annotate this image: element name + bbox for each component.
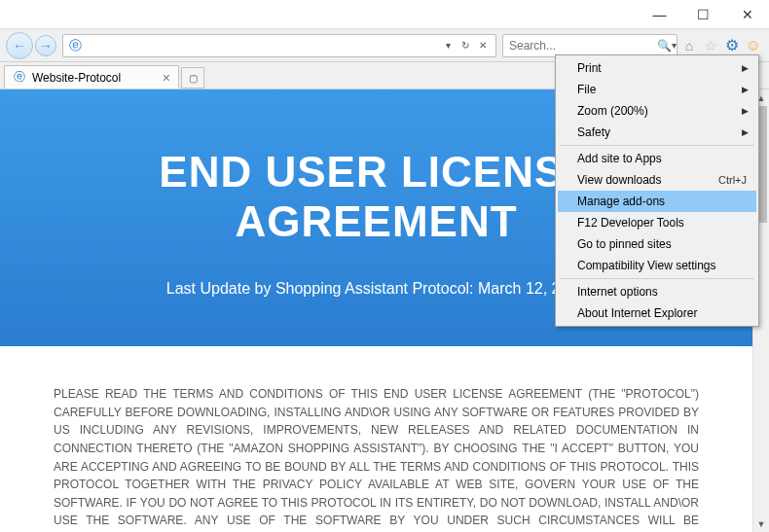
menu-item-view-downloads[interactable]: View downloads Ctrl+J: [558, 169, 756, 191]
menu-item-f12-dev-tools[interactable]: F12 Developer Tools: [558, 212, 756, 233]
menu-label: Manage add-ons: [577, 195, 665, 208]
chevron-right-icon: ▶: [742, 85, 749, 94]
address-bar[interactable]: ⓔ ▾ ↻ ✕: [62, 34, 496, 57]
home-icon[interactable]: ⌂: [679, 36, 699, 55]
forward-button[interactable]: →: [35, 35, 56, 56]
menu-item-internet-options[interactable]: Internet options: [558, 281, 756, 302]
menu-label: About Internet Explorer: [577, 306, 697, 320]
maximize-button[interactable]: ☐: [681, 0, 725, 29]
title-line1: END USER LICENSE: [159, 148, 593, 195]
menu-item-pinned-sites[interactable]: Go to pinned sites: [558, 233, 756, 255]
menu-separator: [560, 145, 754, 146]
menu-label: Zoom (200%): [577, 104, 648, 118]
search-dropdown-icon[interactable]: ▾: [672, 36, 677, 55]
arrow-right-icon: →: [39, 38, 53, 53]
menu-item-file[interactable]: File ▶: [558, 79, 756, 100]
tools-menu: Print ▶ File ▶ Zoom (200%) ▶ Safety ▶ Ad…: [555, 54, 759, 327]
scroll-down-icon[interactable]: ▼: [753, 515, 769, 532]
menu-shortcut: Ctrl+J: [718, 174, 747, 186]
address-input[interactable]: [83, 39, 439, 53]
new-tab-button[interactable]: ▢: [181, 67, 204, 89]
menu-item-manage-addons[interactable]: Manage add-ons: [558, 191, 756, 212]
body-text: PLEASE READ THE TERMS AND CONDITIONS OF …: [0, 346, 752, 532]
menu-item-print[interactable]: Print ▶: [558, 57, 756, 79]
ie-page-icon: ⓔ: [67, 38, 83, 53]
menu-item-add-site-apps[interactable]: Add site to Apps: [558, 148, 756, 169]
address-dropdown-icon[interactable]: ▾: [439, 36, 457, 55]
window-titlebar: — ☐ ✕: [0, 0, 769, 29]
stop-icon[interactable]: ✕: [474, 36, 492, 55]
menu-label: Internet options: [577, 285, 658, 299]
menu-label: Add site to Apps: [577, 152, 662, 165]
minimize-button[interactable]: —: [638, 0, 681, 29]
menu-item-about-ie[interactable]: About Internet Explorer: [558, 302, 756, 324]
search-input[interactable]: [507, 39, 657, 53]
menu-label: Compatibility View settings: [577, 259, 716, 272]
menu-label: File: [577, 83, 596, 96]
feedback-icon[interactable]: ☺: [744, 36, 763, 55]
menu-label: Go to pinned sites: [577, 237, 672, 251]
tab-close-icon[interactable]: ×: [163, 70, 170, 86]
menu-label: View downloads: [577, 173, 662, 187]
chevron-right-icon: ▶: [742, 63, 749, 73]
gear-icon[interactable]: ⚙: [722, 36, 742, 55]
menu-item-zoom[interactable]: Zoom (200%) ▶: [558, 100, 756, 122]
search-icon[interactable]: 🔍: [657, 36, 672, 55]
menu-item-safety[interactable]: Safety ▶: [558, 122, 756, 143]
chevron-right-icon: ▶: [742, 106, 749, 116]
menu-item-compat-view[interactable]: Compatibility View settings: [558, 255, 756, 276]
tab-title: Website-Protocol: [32, 71, 121, 85]
menu-separator: [560, 278, 754, 279]
chevron-right-icon: ▶: [742, 127, 749, 137]
search-bar[interactable]: 🔍 ▾: [502, 34, 677, 57]
menu-label: Print: [577, 61, 602, 75]
favorites-icon[interactable]: ☆: [701, 36, 720, 55]
arrow-left-icon: ←: [13, 38, 26, 53]
tab-active[interactable]: ⓔ Website-Protocol ×: [4, 65, 179, 89]
menu-label: F12 Developer Tools: [577, 216, 684, 230]
refresh-icon[interactable]: ↻: [457, 36, 474, 55]
ie-page-icon: ⓔ: [13, 71, 26, 85]
title-line2: AGREEMENT: [235, 197, 517, 245]
back-button[interactable]: ←: [6, 32, 33, 59]
menu-label: Safety: [577, 125, 610, 139]
close-button[interactable]: ✕: [725, 0, 769, 29]
